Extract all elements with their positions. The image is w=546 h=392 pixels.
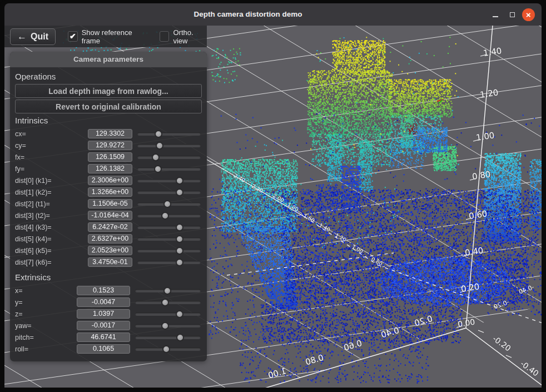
param-slider-roll[interactable]: [135, 345, 201, 354]
close-button[interactable]: ×: [522, 8, 535, 21]
ortho-view-checkbox[interactable]: Ortho. view: [160, 28, 207, 45]
slider-knob[interactable]: [163, 200, 171, 208]
param-slider-yaw[interactable]: [135, 321, 201, 330]
toolbar: ← Quit ✔Show reference frameOrtho. view: [4, 26, 207, 47]
param-value-field-z[interactable]: 1.0397: [77, 309, 130, 319]
param-slider-pitch[interactable]: [135, 333, 201, 342]
slider-knob[interactable]: [161, 299, 169, 306]
param-value-field-dist0[interactable]: 2.3006e+00: [88, 176, 132, 185]
quit-button-label: Quit: [31, 32, 48, 42]
show-reference-frame-checkbox[interactable]: ✔Show reference frame: [68, 28, 147, 45]
operations-buttons: Load depth image from rawlog...Revert to…: [15, 84, 202, 113]
section-heading-operations: Operations: [15, 72, 202, 81]
param-value-field-dist5[interactable]: 2.6327e+00: [88, 234, 132, 244]
param-value-field-x[interactable]: 0.1523: [77, 286, 130, 295]
slider-knob[interactable]: [176, 247, 183, 255]
minimize-icon: [493, 16, 498, 17]
slider-knob[interactable]: [176, 235, 183, 243]
slider-track: [135, 336, 201, 339]
param-value-field-roll[interactable]: 0.1065: [77, 344, 130, 354]
param-value-field-dist7[interactable]: 3.4750e-01: [88, 257, 132, 267]
param-label-dist6: dist[6] (k5)=: [15, 247, 83, 255]
param-value-field-dist3[interactable]: -1.0164e-04: [88, 211, 132, 220]
param-label-y: y=: [15, 299, 72, 306]
param-slider-cy[interactable]: [137, 141, 201, 150]
slider-track: [137, 237, 201, 241]
param-label-fx: fx=: [15, 153, 83, 161]
slider-knob[interactable]: [152, 153, 160, 161]
param-label-dist0: dist[0] (k1)=: [15, 177, 83, 185]
panel-header[interactable]: Camera parameters: [10, 52, 207, 67]
param-value-field-pitch[interactable]: 46.6741: [77, 333, 130, 342]
slider-track: [137, 144, 201, 147]
param-value-field-dist1[interactable]: 1.3266e+00: [88, 187, 132, 197]
param-value-field-cy[interactable]: 129.9272: [88, 141, 132, 150]
param-slider-dist4[interactable]: [137, 223, 201, 232]
param-slider-dist3[interactable]: [137, 211, 201, 220]
slider-knob[interactable]: [163, 287, 171, 295]
param-value-field-dist2[interactable]: 1.1506e-05: [88, 199, 132, 209]
slider-knob[interactable]: [176, 334, 184, 341]
intrinsics-rows: cx=129.3302cy=129.9272fx=126.1509fy=126.…: [15, 128, 202, 268]
slider-track: [137, 156, 201, 159]
slider-knob[interactable]: [176, 310, 183, 318]
slider-knob[interactable]: [161, 212, 169, 220]
titlebar[interactable]: Depth camera distortion demo ×: [4, 3, 542, 26]
param-slider-dist1[interactable]: [137, 188, 201, 197]
panel-body: Operations Load depth image from rawlog.…: [10, 67, 207, 355]
param-value-field-fx[interactable]: 126.1509: [88, 152, 132, 162]
load-depth-image-button[interactable]: Load depth image from rawlog...: [15, 84, 202, 98]
maximize-button[interactable]: [505, 8, 519, 21]
param-slider-y[interactable]: [135, 298, 201, 307]
param-label-dist4: dist[4] (k3)=: [15, 224, 83, 231]
param-row-dist7: dist[7] (k6)=3.4750e-01: [15, 256, 202, 268]
slider-track: [137, 191, 201, 194]
minimize-button[interactable]: [489, 8, 502, 21]
param-row-dist3: dist[3] (t2)=-1.0164e-04: [15, 210, 202, 221]
slider-knob[interactable]: [176, 224, 183, 231]
param-row-yaw: yaw=-0.0017: [15, 320, 202, 331]
param-value-field-yaw[interactable]: -0.0017: [77, 321, 130, 330]
param-slider-dist6[interactable]: [137, 246, 201, 255]
param-slider-dist2[interactable]: [137, 200, 201, 209]
param-value-field-dist4[interactable]: 6.2427e-02: [88, 222, 132, 232]
quit-button[interactable]: ← Quit: [10, 28, 56, 45]
slider-knob[interactable]: [161, 322, 169, 330]
camera-parameters-panel: Camera parameters Operations Load depth …: [10, 52, 207, 361]
param-value-field-dist6[interactable]: 2.0523e+00: [88, 246, 132, 255]
slider-knob[interactable]: [176, 188, 183, 196]
param-label-pitch: pitch=: [15, 334, 72, 341]
slider-knob[interactable]: [162, 345, 170, 353]
param-slider-x[interactable]: [135, 286, 201, 295]
param-value-field-cx[interactable]: 129.3302: [88, 129, 132, 138]
toolbar-checkboxes: ✔Show reference frameOrtho. view: [68, 28, 207, 45]
param-slider-fx[interactable]: [137, 153, 201, 162]
maximize-icon: [510, 12, 515, 17]
slider-knob[interactable]: [154, 165, 162, 173]
param-value-field-y[interactable]: -0.0047: [77, 297, 130, 307]
slider-track: [137, 226, 201, 229]
param-slider-dist5[interactable]: [137, 235, 201, 244]
checkbox-label: Show reference frame: [82, 28, 147, 45]
param-row-fy: fy=126.1382: [15, 163, 202, 175]
slider-track: [137, 214, 201, 217]
param-row-cy: cy=129.9272: [15, 140, 202, 151]
param-row-dist2: dist[2] (t1)=1.1506e-05: [15, 198, 202, 210]
slider-knob[interactable]: [155, 130, 162, 138]
param-row-cx: cx=129.3302: [15, 128, 202, 140]
param-row-dist0: dist[0] (k1)=2.3006e+00: [15, 175, 202, 186]
param-slider-dist0[interactable]: [137, 176, 201, 185]
param-slider-fy[interactable]: [137, 165, 201, 173]
param-slider-z[interactable]: [135, 310, 201, 319]
slider-knob[interactable]: [156, 142, 163, 150]
slider-knob[interactable]: [176, 177, 183, 185]
revert-calibration-button[interactable]: Revert to original calibration: [15, 100, 202, 113]
slider-track: [137, 249, 201, 252]
param-row-fx: fx=126.1509: [15, 151, 202, 163]
param-label-dist5: dist[5] (k4)=: [15, 235, 83, 243]
param-slider-cx[interactable]: [137, 130, 201, 138]
param-slider-dist7[interactable]: [137, 258, 201, 267]
param-label-dist3: dist[3] (t2)=: [15, 212, 83, 220]
param-value-field-fy[interactable]: 126.1382: [88, 164, 132, 173]
slider-knob[interactable]: [176, 259, 183, 266]
